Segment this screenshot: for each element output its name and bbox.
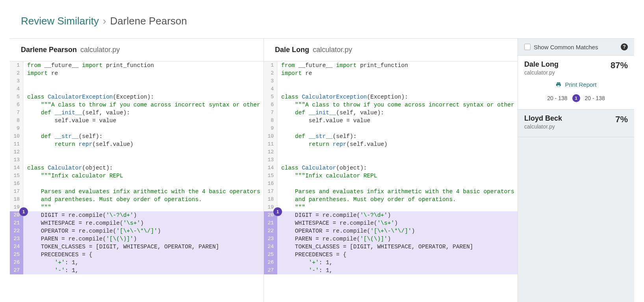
line-number: 24 — [264, 243, 277, 251]
code-line[interactable]: 15 """Infix calculator REPL — [264, 172, 518, 180]
sidebar-top: Show Common Matches ? — [518, 39, 634, 56]
line-number: 23 — [264, 235, 277, 243]
code-line[interactable]: 18 and parentheses. Must obey order of o… — [10, 196, 264, 203]
code-line[interactable]: 23 PAREN = re.compile('[\(\)]') — [10, 235, 264, 243]
line-text: class Calculator(object): — [23, 164, 264, 172]
line-number: 1 — [264, 62, 277, 69]
code-line[interactable]: 7 def __init__(self, value): — [264, 109, 518, 117]
code-line[interactable]: 3 — [264, 77, 518, 85]
line-text: DIGIT = re.compile('\-?\d+') — [277, 211, 518, 219]
code-line[interactable]: 17 Parses and evaluates infix arithmetic… — [264, 188, 518, 196]
code-line[interactable]: 24 TOKEN_CLASSES = [DIGIT, WHITESPACE, O… — [10, 243, 264, 251]
code-line[interactable]: 21 WHITESPACE = re.compile('\s+') — [10, 219, 264, 227]
line-text: return repr(self.value) — [23, 140, 264, 148]
code-line[interactable]: 23 PAREN = re.compile('[\(\)]') — [264, 235, 518, 243]
match-name: Dale Long — [524, 60, 559, 69]
match-marker-right[interactable]: 1 — [273, 207, 282, 216]
show-common-checkbox[interactable] — [524, 44, 531, 50]
line-text: PAREN = re.compile('[\(\)]') — [277, 235, 518, 243]
line-number: 9 — [264, 125, 277, 132]
code-line[interactable]: 13 — [264, 156, 518, 164]
code-line[interactable]: 12 — [264, 148, 518, 156]
code-line[interactable]: 13 — [10, 156, 264, 164]
line-number: 7 — [10, 109, 23, 117]
line-number: 6 — [264, 101, 277, 109]
code-line[interactable]: 26 '+': 1, — [10, 259, 264, 267]
code-line[interactable]: 25 PRECEDENCES = { — [10, 251, 264, 259]
help-icon[interactable]: ? — [621, 43, 628, 50]
code-line[interactable]: 8 self.value = value — [264, 117, 518, 125]
line-number: 15 — [10, 172, 23, 180]
code-line[interactable]: 27 '-': 1, — [264, 267, 518, 274]
code-line[interactable]: 11 return repr(self.value) — [10, 140, 264, 148]
match-percent: 7% — [615, 114, 628, 125]
match-card[interactable]: Lloyd Beckcalculator.py7% — [518, 110, 634, 137]
print-report-link[interactable]: Print Report — [524, 81, 628, 88]
line-number: 17 — [264, 188, 277, 196]
code-line[interactable]: 5class CalculatorException(Exception): — [10, 93, 264, 101]
match-range-row[interactable]: 20 - 138120 - 138 — [524, 94, 628, 102]
right-student-name: Dale Long — [275, 46, 309, 54]
code-line[interactable]: 5class CalculatorException(Exception): — [264, 93, 518, 101]
matches-sidebar: Show Common Matches ? Dale Longcalculato… — [518, 39, 634, 302]
range-left: 20 - 138 — [547, 95, 567, 101]
right-code-body[interactable]: 1from __future__ import print_function2i… — [264, 62, 518, 302]
line-text: '+': 1, — [23, 259, 264, 267]
code-line[interactable]: 16 — [10, 180, 264, 188]
line-text: class Calculator(object): — [277, 164, 518, 172]
line-text: OPERATOR = re.compile('[\+\-\*\/]') — [23, 227, 264, 235]
code-line[interactable]: 6 """A class to throw if you come across… — [10, 101, 264, 109]
code-line[interactable]: 26 '+': 1, — [264, 259, 518, 267]
code-line[interactable]: 7 def __init__(self, value): — [10, 109, 264, 117]
code-line[interactable]: 18 and parentheses. Must obey order of o… — [264, 196, 518, 203]
line-text — [277, 125, 518, 132]
line-number: 15 — [264, 172, 277, 180]
code-line[interactable]: 14class Calculator(object): — [10, 164, 264, 172]
code-line[interactable]: 14class Calculator(object): — [264, 164, 518, 172]
code-line[interactable]: 22 OPERATOR = re.compile('[\+\-\*\/]') — [10, 227, 264, 235]
match-marker-left[interactable]: 1 — [19, 207, 28, 216]
line-text: and parentheses. Must obey order of oper… — [277, 196, 518, 203]
code-line[interactable]: 4 — [10, 85, 264, 93]
line-text — [23, 125, 264, 132]
code-line[interactable]: 8 self.value = value — [10, 117, 264, 125]
code-line[interactable]: 4 — [264, 85, 518, 93]
code-line[interactable]: 11 return repr(self.value) — [264, 140, 518, 148]
left-code-body[interactable]: 1from __future__ import print_function2i… — [10, 62, 264, 302]
code-line[interactable]: 22 OPERATOR = re.compile('[\+\-\*\/]') — [264, 227, 518, 235]
line-number: 18 — [10, 196, 23, 203]
line-text — [23, 85, 264, 93]
line-text — [23, 77, 264, 85]
code-line[interactable]: 1from __future__ import print_function — [10, 62, 264, 69]
code-line[interactable]: 20 DIGIT = re.compile('\-?\d+') — [264, 211, 518, 219]
code-line[interactable]: 16 — [264, 180, 518, 188]
line-number: 9 — [10, 125, 23, 132]
code-line[interactable]: 25 PRECEDENCES = { — [264, 251, 518, 259]
match-card[interactable]: Dale Longcalculator.py87%Print Report20 … — [518, 56, 634, 110]
code-line[interactable]: 9 — [10, 125, 264, 132]
code-line[interactable]: 15 """Infix calculator REPL — [10, 172, 264, 180]
code-line[interactable]: 19 """ — [10, 203, 264, 211]
code-line[interactable]: 24 TOKEN_CLASSES = [DIGIT, WHITESPACE, O… — [264, 243, 518, 251]
match-file: calculator.py — [524, 123, 562, 130]
breadcrumb-link[interactable]: Review Similarity — [21, 15, 99, 27]
line-number: 25 — [264, 251, 277, 259]
code-line[interactable]: 27 '-': 1, — [10, 267, 264, 274]
code-line[interactable]: 2import re — [264, 69, 518, 77]
line-text: def __init__(self, value): — [23, 109, 264, 117]
code-line[interactable]: 10 def __str__(self): — [10, 132, 264, 140]
code-line[interactable]: 12 — [10, 148, 264, 156]
line-number: 22 — [10, 227, 23, 235]
line-number: 4 — [10, 85, 23, 93]
left-student-name: Darlene Pearson — [21, 46, 77, 54]
code-line[interactable]: 3 — [10, 77, 264, 85]
code-line[interactable]: 2import re — [10, 69, 264, 77]
code-line[interactable]: 20 DIGIT = re.compile('\-?\d+') — [10, 211, 264, 219]
code-line[interactable]: 9 — [264, 125, 518, 132]
code-line[interactable]: 21 WHITESPACE = re.compile('\s+') — [264, 219, 518, 227]
code-line[interactable]: 6 """A class to throw if you come across… — [264, 101, 518, 109]
code-line[interactable]: 1from __future__ import print_function — [264, 62, 518, 69]
code-line[interactable]: 19 """ — [264, 203, 518, 211]
code-line[interactable]: 10 def __str__(self): — [264, 132, 518, 140]
code-line[interactable]: 17 Parses and evaluates infix arithmetic… — [10, 188, 264, 196]
